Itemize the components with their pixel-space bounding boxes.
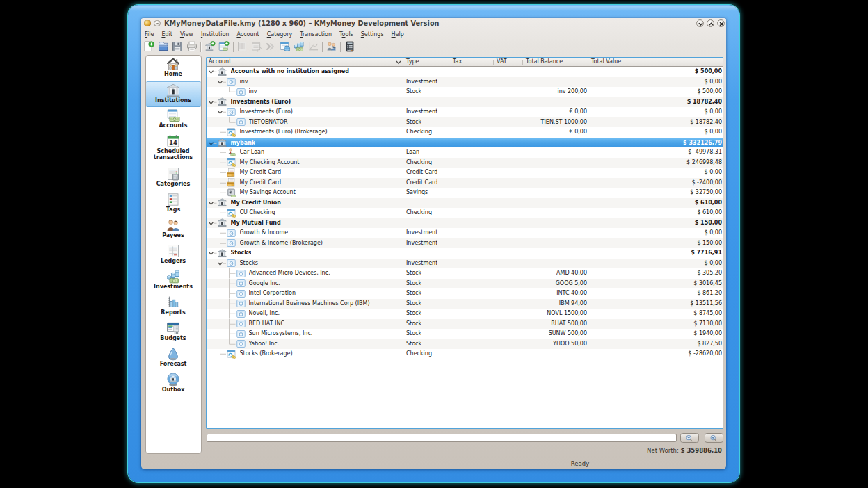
- table-header[interactable]: AccountTypeTaxVATTotal BalanceTotal Valu…: [207, 58, 723, 67]
- new-account-icon[interactable]: [218, 41, 230, 52]
- column-separator: [403, 60, 403, 65]
- account-row-my-mutual-fund[interactable]: My Mutual Fund$ 150,00: [207, 218, 723, 229]
- open-file-icon[interactable]: [158, 41, 169, 52]
- total-value: $ 13511,56: [588, 299, 722, 309]
- account-row-growth-income[interactable]: Growth & IncomeInvestment$ 0,00: [207, 228, 723, 238]
- menu-tools[interactable]: Tools: [339, 31, 353, 38]
- account-type-invest-icon: [236, 88, 246, 97]
- accounts-tree[interactable]: AccountTypeTaxVATTotal BalanceTotal Valu…: [206, 57, 723, 429]
- total-value: $ 0,00: [588, 127, 722, 138]
- save-icon[interactable]: [172, 41, 183, 52]
- account-row-my-credit-union[interactable]: My Credit Union$ 610,00: [207, 198, 723, 209]
- sidebar-item-label: Scheduled transactions: [146, 148, 201, 161]
- account-name: My Credit Card: [240, 168, 282, 178]
- sidebar-item-home[interactable]: Home: [146, 56, 201, 81]
- menu-institution[interactable]: Institution: [201, 31, 230, 38]
- account-type-checking-icon: [227, 128, 236, 137]
- column-header-total-value[interactable]: Total Value: [591, 58, 621, 67]
- zoom-in-button[interactable]: [705, 433, 724, 443]
- account-row-my-credit-card[interactable]: My Credit CardCredit Card$ 0,00: [207, 168, 723, 178]
- account-row-international-business-machines-corp-ibm[interactable]: International Business Machines Corp (IB…: [207, 299, 723, 309]
- close-button[interactable]: [717, 19, 725, 27]
- account-row-car-loan[interactable]: Car LoanLoan$ -49978,31: [207, 147, 723, 158]
- menu-account[interactable]: Account: [236, 31, 259, 38]
- print-icon[interactable]: [186, 41, 198, 52]
- account-row-novell-inc[interactable]: Novell, Inc.StockNOVL 1500,00$ 8745,00: [207, 309, 723, 319]
- account-name: Investments (Euro): [240, 107, 293, 117]
- sidebar-item-accounts[interactable]: Accounts: [146, 107, 201, 133]
- account-row-stocks[interactable]: Stocks$ 7716,91: [207, 248, 723, 259]
- account-row-advanced-micro-devices-inc[interactable]: Advanced Micro Devices, Inc.StockAMD 40,…: [207, 268, 723, 279]
- account-type: Checking: [406, 127, 432, 138]
- sidebar-item-forecast[interactable]: Forecast: [146, 345, 201, 371]
- account-type-invest-icon: [236, 339, 246, 348]
- column-header-type[interactable]: Type: [406, 58, 419, 67]
- account-row-inv[interactable]: invInvestment$ 0,00: [207, 77, 723, 88]
- account-row-stocks-brokerage[interactable]: Stocks (Brokerage)Checking$ -28620,00: [207, 349, 723, 359]
- account-type: Checking: [406, 208, 432, 218]
- account-row-my-credit-card[interactable]: My Credit CardCredit Card$ -2400,00: [207, 178, 723, 188]
- account-row-growth-income-brokerage[interactable]: Growth & Income (Brokerage)Investment$ 1…: [207, 238, 723, 249]
- column-separator: [588, 60, 588, 65]
- account-row-cu-checking[interactable]: CU CheckingChecking$ 610,00: [207, 208, 723, 218]
- sidebar-item-institutions[interactable]: Institutions: [146, 81, 201, 107]
- sidebar-item-tags[interactable]: Tags: [146, 191, 201, 217]
- sidebar-item-outbox[interactable]: Outbox: [146, 371, 201, 397]
- menu-file[interactable]: File: [145, 31, 154, 38]
- account-name: RED HAT INC: [249, 319, 285, 330]
- menu-view[interactable]: View: [180, 31, 193, 38]
- account-row-investments-euro[interactable]: Investments (Euro)Investment€ 0,00$ 0,00: [207, 107, 723, 117]
- column-header-vat[interactable]: VAT: [497, 58, 507, 67]
- column-header-total-balance[interactable]: Total Balance: [526, 58, 563, 67]
- window-menu-button[interactable]: [154, 20, 161, 27]
- window-title: KMyMoneyDataFile.kmy (1280 x 960) – KMyM…: [164, 18, 439, 29]
- menu-transaction[interactable]: Transaction: [300, 31, 332, 38]
- sidebar-item-categories[interactable]: Categories: [146, 165, 201, 191]
- titlebar[interactable]: KMyMoneyDataFile.kmy (1280 x 960) – KMyM…: [141, 18, 726, 29]
- account-row-mybank[interactable]: mybank$ 332126,79: [207, 138, 723, 148]
- new-file-icon[interactable]: [143, 41, 154, 52]
- column-header-account[interactable]: Account: [209, 58, 231, 67]
- toolbar: [141, 39, 726, 54]
- account-type-savings-icon: [227, 188, 236, 197]
- account-row-google-inc[interactable]: Google Inc.StockGOOG 5,00$ 3016,45: [207, 279, 723, 289]
- zoom-out-button[interactable]: [680, 433, 700, 443]
- account-row-red-hat-inc[interactable]: RED HAT INCStockRHAT 500,00$ 7130,00: [207, 319, 723, 330]
- sidebar-item-reports[interactable]: Reports: [146, 294, 201, 320]
- total-value: $ 32750,00: [588, 188, 722, 198]
- account-row-accounts-with-no-institution-assigned[interactable]: Accounts with no institution assigned$ 5…: [207, 67, 723, 77]
- window-frame: KMyMoneyDataFile.kmy (1280 x 960) – KMyM…: [128, 5, 739, 482]
- account-row-my-savings-account[interactable]: My Savings AccountSavings$ 32750,00: [207, 188, 723, 198]
- account-row-inv[interactable]: invStockinv 200,00$ 500,00: [207, 87, 723, 97]
- account-row-stocks[interactable]: StocksInvestment$ 0,00: [207, 259, 723, 269]
- payee-icon[interactable]: [326, 41, 337, 52]
- account-row-intel-corporation[interactable]: Intel CorporationStockINTC 40,00$ 861,20: [207, 288, 723, 299]
- account-row-investments-euro[interactable]: Investments (Euro)$ 18782,40: [207, 97, 723, 108]
- sidebar-item-payees[interactable]: Payees: [146, 217, 201, 243]
- menu-edit[interactable]: Edit: [161, 31, 172, 38]
- account-row-my-checking-account[interactable]: My Checking AccountChecking$ 246998,48: [207, 158, 723, 168]
- ledger-icon: [236, 41, 248, 52]
- account-type-invest-icon: [236, 330, 246, 339]
- sidebar-item-investments[interactable]: Investments: [146, 268, 201, 294]
- menu-category[interactable]: Category: [267, 31, 293, 38]
- payees-icon: [166, 218, 180, 232]
- sidebar-item-scheduled-transactions[interactable]: 14 Scheduled transactions: [146, 133, 201, 165]
- total-value: $ 332126,79: [588, 138, 722, 149]
- account-row-sun-microsystems-inc[interactable]: Sun Microsystems, Inc.StockSUNW 500,00$ …: [207, 329, 723, 339]
- column-header-tax[interactable]: Tax: [453, 58, 462, 67]
- menu-help[interactable]: Help: [392, 31, 404, 38]
- account-row-yahoo-inc[interactable]: Yahoo! Inc.StockYHOO 50,00$ 827,50: [207, 339, 723, 350]
- new-institution-icon[interactable]: [204, 41, 216, 52]
- update-prices-icon[interactable]: [280, 41, 291, 52]
- investment-icon[interactable]: [294, 41, 305, 52]
- account-row-investments-euro-brokerage[interactable]: Investments (Euro) (Brokerage)Checking€ …: [207, 127, 723, 138]
- total-value: $ 8745,00: [588, 309, 722, 319]
- calculator-icon[interactable]: [344, 41, 355, 52]
- maximize-button[interactable]: [707, 19, 714, 27]
- account-row-tietoenator[interactable]: TIETOENATORStockTIEN.ST 1000,00$ 18782,4…: [207, 117, 723, 128]
- menu-settings[interactable]: Settings: [361, 31, 384, 38]
- sidebar-item-ledgers[interactable]: Ledgers: [146, 243, 201, 268]
- sidebar-item-budgets[interactable]: Budgets: [146, 320, 201, 345]
- minimize-button[interactable]: [696, 19, 704, 27]
